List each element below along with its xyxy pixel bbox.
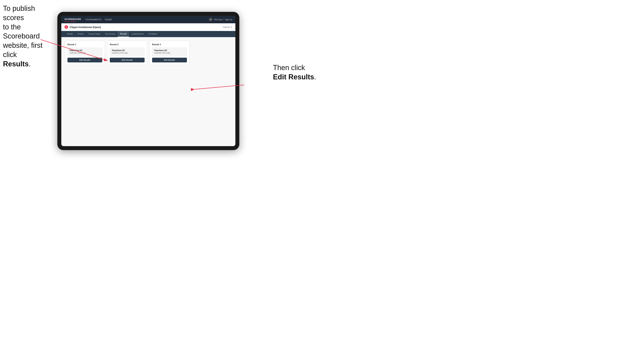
instruction-right-line1: Then click <box>273 64 305 72</box>
round-3-course-card: Peachtree GC Gold (M) (7010 yds) <box>152 48 187 56</box>
round-1-course-details: Gold (M) (7010 yds) <box>70 52 100 54</box>
instruction-line4: click Results. <box>3 51 31 68</box>
instruction-line2: to the Scoreboard <box>3 23 40 40</box>
instruction-line1: To publish scores <box>3 4 35 22</box>
instruction-right-suffix: . <box>314 73 316 81</box>
round-2-card: Round 2 Peachtree GC Gold (M) (7010 yds)… <box>107 41 147 65</box>
round-2-course-card: Peachtree GC Gold (M) (7010 yds) <box>110 48 144 56</box>
round-1-course-card: Peachtree GC Gold (M) (7010 yds) <box>68 48 102 56</box>
round-2-course-details: Gold (M) (7010 yds) <box>112 52 142 54</box>
cancel-label: Cancel <box>223 26 230 28</box>
cancel-button[interactable]: Cancel ✕ <box>223 26 232 28</box>
round-2-title: Round 2 <box>110 43 144 46</box>
round-3-edit-results-button[interactable]: Edit Results <box>152 58 187 62</box>
logo-text: SCOREBOARD <box>64 18 81 20</box>
round-1-edit-results-button[interactable]: Edit Results <box>68 58 102 62</box>
instruction-results-bold: Results <box>3 60 29 68</box>
tab-nav: Details Teams Course Setup Tee Groups Re… <box>61 31 235 37</box>
tab-results[interactable]: Results <box>118 31 129 37</box>
logo-sub: Powered by clippd <box>64 21 81 22</box>
close-icon: ✕ <box>230 26 232 28</box>
tablet-screen: SCOREBOARD Powered by clippd TOURNAMENTS… <box>61 16 235 146</box>
round-4-empty <box>192 41 232 65</box>
tab-tee-groups[interactable]: Tee Groups <box>103 31 118 37</box>
tab-teams[interactable]: Teams <box>75 31 86 37</box>
round-3-course-details: Gold (M) (7010 yds) <box>154 52 185 54</box>
tab-course-setup[interactable]: Course Setup <box>86 31 103 37</box>
instruction-left: To publish scores to the Scoreboard webs… <box>3 4 46 69</box>
tournament-title: C Clippd Invitational (Open) <box>64 25 101 29</box>
instruction-right: Then click Edit Results. <box>273 63 316 82</box>
sign-out-link[interactable]: Sign out <box>225 18 232 21</box>
round-1-title: Round 1 <box>68 43 102 46</box>
round-3-course-name: Peachtree GC <box>154 49 185 51</box>
round-2-course-name: Peachtree GC <box>112 49 142 51</box>
nav-right: T Test User | Sign out <box>209 18 232 21</box>
instruction-line3: website, first <box>3 41 42 49</box>
round-1-course-name: Peachtree GC <box>70 49 100 51</box>
logo-area: SCOREBOARD Powered by clippd <box>64 17 81 22</box>
round-3-title: Round 3 <box>152 43 187 46</box>
instruction-line4-suffix: . <box>29 60 31 68</box>
tab-leaderboards[interactable]: Leaderboards <box>129 31 146 37</box>
user-avatar: T <box>209 18 212 21</box>
tablet-frame: SCOREBOARD Powered by clippd TOURNAMENTS… <box>57 12 239 150</box>
nav-tournaments[interactable]: TOURNAMENTS <box>85 18 102 21</box>
tab-printables[interactable]: Printables <box>146 31 160 37</box>
tournament-icon: C <box>64 25 68 29</box>
nav-links: TOURNAMENTS TEAMS <box>85 18 209 21</box>
top-nav: SCOREBOARD Powered by clippd TOURNAMENTS… <box>61 16 235 23</box>
tournament-header: C Clippd Invitational (Open) Cancel ✕ <box>61 23 235 31</box>
user-name: Test User | <box>214 18 224 21</box>
instruction-line4-prefix: click <box>3 51 17 59</box>
round-1-card: Round 1 Peachtree GC Gold (M) (7010 yds)… <box>65 41 105 65</box>
tab-details[interactable]: Details <box>64 31 75 37</box>
nav-teams[interactable]: TEAMS <box>105 18 112 21</box>
round-3-card: Round 3 Peachtree GC Gold (M) (7010 yds)… <box>150 41 190 65</box>
tournament-name: Clippd Invitational (Open) <box>70 26 101 29</box>
instruction-edit-results-bold: Edit Results <box>273 73 314 81</box>
main-content: Round 1 Peachtree GC Gold (M) (7010 yds)… <box>61 37 235 146</box>
rounds-grid: Round 1 Peachtree GC Gold (M) (7010 yds)… <box>65 41 232 65</box>
round-2-edit-results-button[interactable]: Edit Results <box>110 58 144 62</box>
